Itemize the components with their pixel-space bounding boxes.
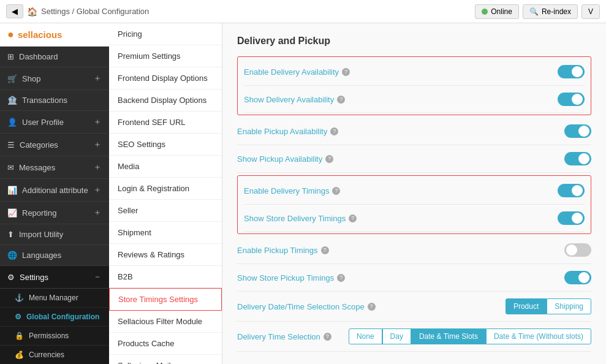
- online-button[interactable]: Online: [475, 4, 519, 19]
- time-none-button[interactable]: None: [349, 328, 382, 344]
- sidebar-label-shop: Shop: [22, 74, 40, 83]
- scope-product-button[interactable]: Product: [506, 298, 547, 314]
- scope-shipping-button[interactable]: Shipping: [547, 298, 591, 314]
- sidebar-item-permissions[interactable]: 🔒 Permissions: [0, 327, 109, 346]
- currencies-icon: 💰: [15, 351, 24, 359]
- mid-item-b2b[interactable]: B2B: [109, 266, 222, 288]
- search-icon: 🔍: [529, 7, 539, 16]
- show-store-pickup-timings-help-icon: ?: [337, 274, 345, 282]
- show-pickup-availability-toggle[interactable]: [564, 152, 591, 165]
- user-profile-expand-icon: ＋: [93, 116, 102, 127]
- sidebar-item-currencies[interactable]: 💰 Currencies: [0, 346, 109, 364]
- sidebar-item-categories[interactable]: ☰ Categories ＋: [0, 134, 109, 156]
- reindex-button[interactable]: 🔍 Re-index: [523, 4, 578, 19]
- sidebar-label-permissions: Permissions: [29, 332, 69, 340]
- sidebar: ● sellacious ⊞ Dashboard 🛒 Shop ＋ 🏦 Tran…: [0, 23, 109, 364]
- v-button[interactable]: V: [581, 4, 600, 19]
- show-delivery-availability-label: Show Delivery Availability: [244, 95, 334, 104]
- show-store-delivery-timings-help-icon: ?: [349, 214, 357, 222]
- mid-item-store-timings[interactable]: Store Timings Settings: [109, 288, 222, 311]
- home-icon[interactable]: 🏠: [27, 7, 37, 17]
- user-profile-icon: 👤: [7, 118, 17, 127]
- permissions-icon: 🔒: [15, 332, 24, 340]
- enable-delivery-availability-toggle[interactable]: [558, 65, 585, 78]
- mid-item-pricing[interactable]: Pricing: [109, 23, 222, 45]
- show-store-delivery-timings-toggle[interactable]: [558, 211, 585, 225]
- enable-pickup-availability-help-icon: ?: [330, 127, 338, 135]
- topbar: ◀ 🏠 Settings / Global Configuration Onli…: [0, 0, 606, 23]
- enable-delivery-availability-help-icon: ?: [342, 68, 350, 76]
- mid-item-seller[interactable]: Seller: [109, 200, 222, 222]
- enable-pickup-timings-toggle[interactable]: [564, 243, 591, 257]
- sidebar-label-languages: Languages: [22, 251, 61, 260]
- mid-item-shipment[interactable]: Shipment: [109, 222, 222, 244]
- reporting-expand-icon: ＋: [93, 207, 102, 218]
- sidebar-item-additional-attribute[interactable]: 📊 Additional attribute ＋: [0, 179, 109, 202]
- show-delivery-availability-toggle[interactable]: [558, 93, 585, 106]
- mid-item-sellacious-filter[interactable]: Sellacious Filter Module: [109, 311, 222, 333]
- sidebar-item-global-configuration[interactable]: ⚙ Global Configuration: [0, 308, 109, 327]
- time-date-no-slots-button[interactable]: Date & Time (Without slots): [486, 328, 591, 344]
- sidebar-logo: ● sellacious: [0, 23, 109, 47]
- back-button[interactable]: ◀: [6, 4, 23, 18]
- sidebar-item-menu-manager[interactable]: ⚓ Menu Manager: [0, 289, 109, 308]
- shop-expand-icon: ＋: [93, 73, 102, 84]
- sidebar-item-reporting[interactable]: 📈 Reporting ＋: [0, 202, 109, 224]
- delivery-time-selection-label: Delivery Time Selection: [237, 332, 320, 341]
- row-show-delivery-availability: Show Delivery Availability ?: [244, 86, 585, 113]
- sidebar-item-user-profile[interactable]: 👤 User Profile ＋: [0, 111, 109, 134]
- mid-item-sellacious-mailer[interactable]: Sellacious Mailer: [109, 355, 222, 364]
- toggle-slider7: [564, 243, 591, 257]
- show-store-delivery-timings-label: Show Store Delivery Timings: [244, 214, 346, 223]
- sidebar-item-transactions[interactable]: 🏦 Transactions: [0, 90, 109, 111]
- enable-delivery-timings-toggle[interactable]: [558, 184, 585, 197]
- reindex-label: Re-index: [542, 7, 571, 16]
- delivery-time-selection-help-icon: ?: [324, 333, 331, 341]
- mid-item-seo-settings[interactable]: SEO Settings: [109, 134, 222, 156]
- delivery-datetime-scope-label: Delivery Date/Time Selection Scope: [237, 302, 365, 311]
- mid-item-backend-display[interactable]: Backend Display Options: [109, 89, 222, 112]
- sidebar-submenu: ⚓ Menu Manager ⚙ Global Configuration 🔒 …: [0, 289, 109, 364]
- transactions-icon: 🏦: [7, 96, 17, 105]
- logo-icon: ●: [7, 28, 14, 41]
- online-label: Online: [491, 7, 512, 16]
- toggle-slider4: [564, 152, 591, 165]
- sidebar-item-import-utility[interactable]: ⬆ Import Utility: [0, 224, 109, 245]
- v-label: V: [588, 7, 593, 16]
- toggle-slider6: [558, 211, 585, 225]
- dashboard-icon: ⊞: [7, 52, 14, 61]
- sidebar-label-user-profile: User Profile: [22, 118, 64, 127]
- main-layout: ● sellacious ⊞ Dashboard 🛒 Shop ＋ 🏦 Tran…: [0, 23, 606, 364]
- delivery-timings-group: Enable Delivery Timings ? Show Store Del…: [237, 175, 591, 234]
- sidebar-label-settings: Settings: [20, 273, 48, 282]
- toggle-slider3: [564, 124, 591, 138]
- settings-icon: ⚙: [7, 273, 15, 282]
- sidebar-label-transactions: Transactions: [22, 96, 67, 105]
- mid-item-reviews-ratings[interactable]: Reviews & Ratings: [109, 244, 222, 266]
- reporting-icon: 📈: [7, 208, 17, 218]
- show-store-pickup-timings-toggle[interactable]: [564, 271, 591, 284]
- sidebar-item-settings[interactable]: ⚙ Settings －: [0, 266, 109, 289]
- show-store-pickup-timings-label: Show Store Pickup Timings: [237, 273, 334, 282]
- show-delivery-availability-help-icon: ?: [337, 96, 345, 104]
- menu-manager-icon: ⚓: [15, 294, 24, 302]
- sidebar-item-dashboard[interactable]: ⊞ Dashboard: [0, 47, 109, 67]
- sidebar-item-languages[interactable]: 🌐 Languages: [0, 245, 109, 266]
- mid-item-frontend-display[interactable]: Frontend Display Options: [109, 67, 222, 89]
- mid-item-media[interactable]: Media: [109, 156, 222, 178]
- mid-item-premium-settings[interactable]: Premium Settings: [109, 45, 222, 67]
- sidebar-item-messages[interactable]: ✉ Messages ＋: [0, 156, 109, 179]
- categories-expand-icon: ＋: [93, 139, 102, 150]
- delivery-availability-group: Enable Delivery Availability ? Show Deli…: [237, 56, 591, 115]
- time-day-button[interactable]: Day: [382, 328, 411, 344]
- mid-item-login-registration[interactable]: Login & Registration: [109, 178, 222, 200]
- topbar-actions: Online 🔍 Re-index V: [475, 4, 600, 19]
- logo-text: sellacious: [18, 29, 62, 40]
- enable-pickup-availability-toggle[interactable]: [564, 124, 591, 138]
- sidebar-label-additional-attribute: Additional attribute: [22, 186, 88, 195]
- categories-icon: ☰: [7, 140, 15, 150]
- mid-item-products-cache[interactable]: Products Cache: [109, 333, 222, 355]
- sidebar-item-shop[interactable]: 🛒 Shop ＋: [0, 67, 109, 90]
- mid-item-frontend-sef[interactable]: Frontend SEF URL: [109, 112, 222, 134]
- time-date-slots-button[interactable]: Date & Time Slots: [411, 328, 486, 344]
